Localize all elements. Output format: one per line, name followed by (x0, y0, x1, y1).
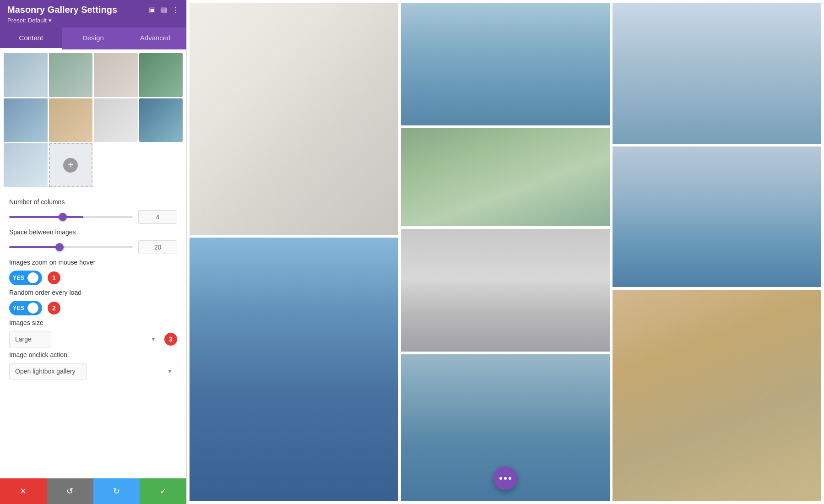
gallery-col-2 (401, 3, 610, 501)
zoom-toggle[interactable]: YES (9, 271, 42, 285)
size-select[interactable]: Thumbnail Medium Large Full (9, 331, 51, 347)
image-grid: + (0, 49, 186, 191)
image-thumb[interactable] (94, 53, 138, 97)
masonry-gallery (187, 0, 824, 504)
panel-title: Masonry Gallery Settings (7, 5, 117, 15)
action-bar: ✕ ↺ ↻ ✓ (0, 478, 186, 504)
undo-icon: ↺ (66, 486, 73, 496)
zoom-badge: 1 (48, 271, 60, 284)
image-thumb[interactable] (139, 53, 183, 97)
panel-header: Masonry Gallery Settings ▣ ▦ ⋮ Preset: D… (0, 0, 186, 27)
redo-icon: ↻ (113, 486, 120, 496)
floating-menu-button[interactable] (493, 466, 517, 490)
onclick-select-arrow: ▼ (167, 368, 173, 374)
tab-advanced[interactable]: Advanced (124, 27, 186, 49)
gallery-preview (187, 0, 824, 504)
zoom-toggle-row: YES 1 (9, 271, 177, 285)
onclick-label: Image onclick action. (9, 351, 177, 358)
zoom-toggle-label: YES (13, 275, 25, 281)
columns-value-input[interactable]: 4 (138, 210, 177, 224)
header-icons: ▣ ▦ ⋮ (149, 5, 179, 14)
gallery-image[interactable] (613, 146, 821, 287)
random-label: Random order every load (9, 289, 177, 296)
columns-label: Number of columns (9, 198, 177, 206)
space-value-input[interactable]: 20 (138, 240, 177, 254)
image-thumb[interactable] (49, 53, 93, 97)
tab-content[interactable]: Content (0, 27, 62, 49)
onclick-select[interactable]: None Open lightbox gallery Open link Ope… (9, 363, 87, 379)
controls-section: Number of columns 4 Space between images… (0, 191, 186, 387)
screen-icon[interactable]: ▣ (149, 5, 156, 14)
gallery-col-3 (613, 3, 821, 501)
space-label: Space between images (9, 228, 177, 236)
tab-design[interactable]: Design (62, 27, 125, 49)
space-slider[interactable] (9, 246, 133, 248)
cancel-button[interactable]: ✕ (0, 478, 47, 504)
save-icon: ✓ (160, 486, 167, 496)
panel-content: + Number of columns 4 Space between imag… (0, 49, 186, 478)
size-badge: 3 (164, 333, 177, 346)
image-thumb[interactable] (4, 143, 48, 187)
space-slider-row: 20 (9, 240, 177, 254)
gallery-image[interactable] (613, 290, 821, 501)
gallery-image[interactable] (190, 238, 398, 501)
random-badge: 2 (48, 302, 60, 314)
size-select-row: Thumbnail Medium Large Full ▼ 3 (9, 331, 177, 347)
columns-slider[interactable] (9, 216, 133, 218)
onclick-select-row: None Open lightbox gallery Open link Ope… (9, 363, 177, 379)
zoom-label: Images zoom on mouse hover (9, 259, 177, 266)
dots-icon (499, 477, 511, 480)
columns-slider-row: 4 (9, 210, 177, 224)
image-thumb[interactable] (94, 98, 138, 142)
random-toggle[interactable]: YES (9, 301, 42, 315)
image-thumb[interactable] (139, 98, 183, 142)
preset-selector[interactable]: Preset: Default ▾ (7, 17, 179, 24)
onclick-select-wrapper: None Open lightbox gallery Open link Ope… (9, 363, 177, 379)
cancel-icon: ✕ (20, 486, 27, 496)
gallery-image[interactable] (401, 3, 610, 125)
redo-button[interactable]: ↻ (93, 478, 140, 504)
save-button[interactable]: ✓ (140, 478, 186, 504)
random-toggle-row: YES 2 (9, 301, 177, 315)
undo-button[interactable]: ↺ (47, 478, 93, 504)
gallery-image[interactable] (190, 3, 398, 235)
image-thumb[interactable] (49, 98, 93, 142)
size-select-wrapper: Thumbnail Medium Large Full ▼ (9, 331, 161, 347)
more-options-icon[interactable]: ⋮ (172, 5, 179, 14)
gallery-col-1 (190, 3, 398, 501)
tab-bar: Content Design Advanced (0, 27, 186, 49)
size-label: Images size (9, 319, 177, 326)
gallery-image[interactable] (401, 229, 610, 352)
zoom-toggle-knob (27, 272, 38, 283)
gallery-image[interactable] (613, 3, 821, 144)
settings-panel: Masonry Gallery Settings ▣ ▦ ⋮ Preset: D… (0, 0, 187, 504)
random-toggle-knob (27, 303, 38, 314)
gallery-image[interactable] (401, 128, 610, 226)
plus-icon: + (63, 158, 78, 173)
size-select-arrow: ▼ (151, 336, 156, 342)
grid-icon[interactable]: ▦ (160, 5, 167, 14)
random-toggle-label: YES (13, 305, 25, 311)
add-image-button[interactable]: + (49, 143, 93, 187)
image-thumb[interactable] (4, 53, 48, 97)
image-thumb[interactable] (4, 98, 48, 142)
